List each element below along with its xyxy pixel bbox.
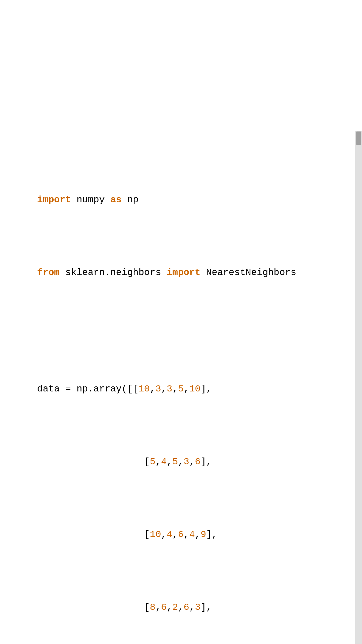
editor-container: import numpy as np from sklearn.neighbor…	[0, 131, 362, 644]
keyword-import2: import	[167, 267, 200, 278]
line-from-sklearn: from sklearn.neighbors import NearestNei…	[3, 251, 355, 294]
keyword-import: import	[37, 195, 71, 205]
top-whitespace	[0, 0, 362, 131]
text-np: np	[122, 195, 138, 205]
num-10-1: 10	[138, 384, 150, 394]
scrollbar-thumb[interactable]	[356, 131, 361, 145]
text-nearestneighbors: NearestNeighbors	[200, 267, 296, 278]
line-data-1: data = np.array([[10,3,3,5,10],	[3, 367, 355, 411]
text-numpy: numpy	[71, 195, 111, 205]
text-sklearn: sklearn.neighbors	[60, 267, 167, 278]
line-import-numpy: import numpy as np	[3, 178, 355, 221]
scrollbar[interactable]	[355, 131, 362, 644]
code-area[interactable]: import numpy as np from sklearn.neighbor…	[0, 131, 362, 644]
line-blank-1	[3, 323, 355, 338]
line-data-2: [5,4,5,3,6],	[3, 440, 355, 483]
data-open: data = np.array([[	[37, 384, 138, 394]
keyword-as: as	[110, 195, 122, 205]
keyword-from: from	[37, 267, 60, 278]
line-data-4: [8,6,2,6,3],	[3, 585, 355, 629]
line-data-3: [10,4,6,4,9],	[3, 513, 355, 556]
